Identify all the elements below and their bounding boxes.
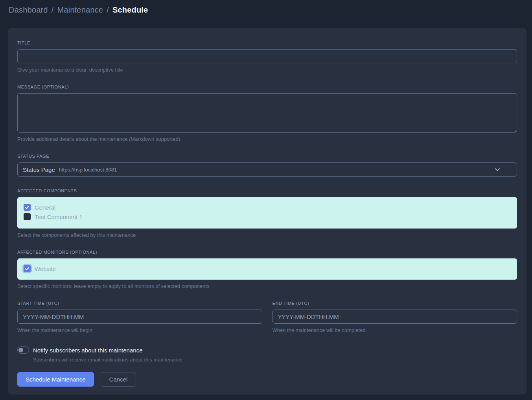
affected-components-box: General Test Component 1 [17, 197, 517, 229]
monitor-option-website[interactable]: Website [24, 264, 511, 273]
start-time-input[interactable] [17, 310, 262, 324]
affected-monitors-label: AFFECTED MONITORS (OPTIONAL) [17, 249, 517, 255]
checkbox-checked-icon[interactable] [24, 204, 31, 211]
notify-subscribers-helper: Subscribers will receive email notificat… [33, 357, 517, 363]
schedule-maintenance-form-card: TITLE Give your maintenance a clear, des… [8, 28, 526, 394]
status-page-selected-name: Status Page [23, 166, 55, 173]
checkbox-unchecked-icon[interactable] [24, 213, 31, 220]
end-time-helper: When the maintenance will be completed [272, 327, 517, 333]
title-input[interactable] [17, 49, 517, 63]
breadcrumb: Dashboard / Maintenance / Schedule [0, 0, 532, 20]
affected-monitors-group: AFFECTED MONITORS (OPTIONAL) Website Sel… [17, 249, 517, 289]
start-time-helper: When the maintenance will begin [17, 327, 262, 333]
breadcrumb-separator: / [107, 6, 109, 15]
affected-components-helper: Select the components affected by this m… [17, 232, 517, 238]
message-helper: Provide additional details about the mai… [17, 136, 517, 142]
checkbox-label: Website [35, 265, 56, 272]
end-time-field-group: END TIME (UTC) When the maintenance will… [272, 300, 517, 333]
start-time-field-group: START TIME (UTC) When the maintenance wi… [17, 300, 262, 333]
status-page-selected-url: https://hsp.localhost:8081 [59, 167, 117, 173]
checkbox-label: General [35, 204, 55, 211]
breadcrumb-dashboard[interactable]: Dashboard [9, 6, 48, 15]
component-option-test-component-1[interactable]: Test Component 1 [24, 212, 511, 221]
affected-components-label: AFFECTED COMPONENTS [17, 188, 517, 194]
affected-monitors-box: Website [17, 258, 517, 280]
breadcrumb-current-schedule: Schedule [112, 6, 148, 15]
end-time-input[interactable] [272, 310, 517, 324]
message-label: MESSAGE (OPTIONAL) [17, 84, 517, 90]
schedule-maintenance-button[interactable]: Schedule Maintenance [17, 372, 94, 387]
start-time-label: START TIME (UTC) [17, 300, 262, 306]
cancel-button[interactable]: Cancel [101, 372, 136, 387]
form-actions: Schedule Maintenance Cancel [17, 372, 517, 387]
checkbox-checked-icon[interactable] [24, 265, 31, 272]
checkbox-label: Test Component 1 [35, 214, 83, 220]
component-option-general[interactable]: General [24, 203, 511, 212]
notify-subscribers-toggle[interactable] [17, 347, 29, 354]
affected-monitors-helper: Select specific monitors; leave empty to… [17, 283, 517, 289]
time-fields-row: START TIME (UTC) When the maintenance wi… [17, 300, 517, 333]
notify-subscribers-label: Notify subscribers about this maintenanc… [33, 347, 142, 354]
message-field-group: MESSAGE (OPTIONAL) Provide additional de… [17, 84, 517, 142]
notify-subscribers-section: Notify subscribers about this maintenanc… [17, 347, 517, 363]
affected-components-group: AFFECTED COMPONENTS General Test Compone… [17, 188, 517, 238]
toggle-knob [18, 348, 23, 352]
end-time-label: END TIME (UTC) [272, 300, 517, 306]
status-page-label: STATUS PAGE [17, 153, 517, 159]
title-label: TITLE [17, 40, 517, 46]
chevron-down-icon [494, 166, 501, 173]
title-field-group: TITLE Give your maintenance a clear, des… [17, 40, 517, 73]
message-textarea[interactable] [17, 93, 517, 133]
title-helper: Give your maintenance a clear, descripti… [17, 67, 517, 73]
breadcrumb-maintenance[interactable]: Maintenance [57, 6, 103, 15]
breadcrumb-separator: / [52, 6, 54, 15]
status-page-field-group: STATUS PAGE Status Page https://hsp.loca… [17, 153, 517, 177]
status-page-select[interactable]: Status Page https://hsp.localhost:8081 [17, 162, 517, 177]
